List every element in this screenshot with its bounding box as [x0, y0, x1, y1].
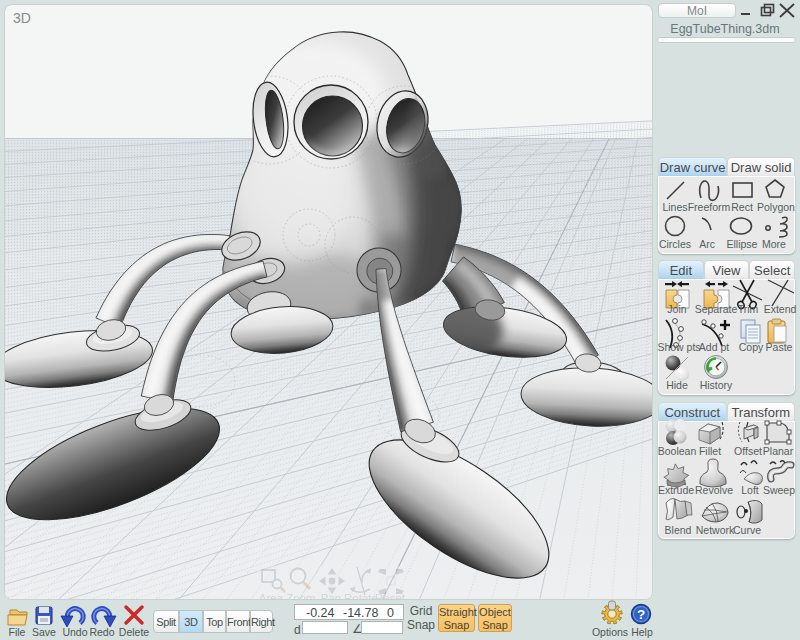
svg-text:Fillet: Fillet	[699, 445, 721, 457]
svg-text:Loft: Loft	[741, 484, 759, 496]
svg-text:History: History	[700, 379, 733, 391]
svg-text:Extend: Extend	[764, 303, 797, 315]
svg-text:Revolve: Revolve	[695, 484, 733, 496]
svg-text:Show pts: Show pts	[657, 341, 700, 353]
svg-text:Join: Join	[667, 303, 686, 315]
svg-text:Delete: Delete	[119, 626, 150, 638]
svg-text:Network: Network	[696, 524, 735, 536]
svg-text:Undo: Undo	[62, 626, 87, 638]
svg-text:Rotate: Rotate	[344, 592, 378, 600]
svg-text:Hide: Hide	[666, 379, 688, 391]
svg-text:Planar: Planar	[763, 445, 794, 457]
svg-text:Offset: Offset	[734, 445, 762, 457]
svg-text:Extrude: Extrude	[658, 484, 694, 496]
svg-text:?: ?	[637, 607, 645, 622]
svg-text:Blend: Blend	[665, 524, 692, 536]
svg-text:Reset: Reset	[375, 592, 406, 600]
svg-text:Copy: Copy	[739, 341, 764, 353]
svg-text:Paste: Paste	[766, 341, 793, 353]
svg-text:Zoom: Zoom	[286, 592, 315, 600]
svg-text:Redo: Redo	[89, 626, 114, 638]
svg-text:Trim: Trim	[738, 303, 759, 315]
svg-text:Sweep: Sweep	[763, 484, 795, 496]
svg-text:Pan: Pan	[321, 592, 341, 600]
svg-text:File: File	[9, 626, 26, 638]
svg-text:Area: Area	[259, 592, 284, 600]
svg-text:Curve: Curve	[733, 524, 761, 536]
svg-text:Add pt: Add pt	[699, 341, 729, 353]
svg-text:Options: Options	[592, 626, 628, 638]
svg-text:Separate: Separate	[695, 303, 738, 315]
svg-text:Boolean: Boolean	[658, 445, 697, 457]
svg-text:Help: Help	[631, 626, 653, 638]
svg-text:Save: Save	[32, 626, 56, 638]
